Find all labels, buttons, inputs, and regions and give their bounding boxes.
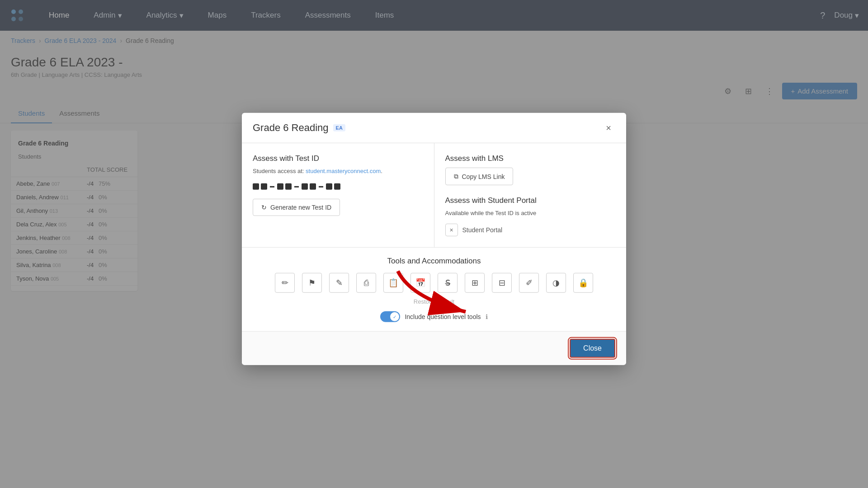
- include-tools-row: ✓ Include question level tools ℹ: [253, 311, 615, 322]
- refresh-icon: ↻: [261, 204, 267, 211]
- tool-calculator2[interactable]: ⊟: [492, 273, 512, 293]
- portal-disable-button[interactable]: ×: [445, 224, 458, 236]
- modal-title: Grade 6 Reading EA: [253, 122, 345, 134]
- tool-highlighter[interactable]: ✐: [519, 273, 539, 293]
- restore-default-label[interactable]: Restore Default: [253, 298, 615, 305]
- modal-dialog: Grade 6 Reading EA × Assess with Test ID…: [242, 113, 626, 365]
- assess-portal-heading: Assess with Student Portal: [445, 196, 616, 205]
- tool-strikethrough[interactable]: S̶: [438, 273, 458, 293]
- tool-flag[interactable]: ⚑: [302, 273, 322, 293]
- tool-calculator1[interactable]: ⊞: [465, 273, 485, 293]
- assess-lms-heading: Assess with LMS: [445, 154, 616, 163]
- assess-test-id-heading: Assess with Test ID: [253, 154, 423, 163]
- tool-protractor[interactable]: ◑: [546, 273, 566, 293]
- modal-footer: Close: [242, 332, 626, 365]
- tools-heading: Tools and Accommodations: [253, 257, 615, 266]
- student-portal-link[interactable]: student.masteryconnect.com: [306, 168, 381, 174]
- toggle-knob: ✓: [390, 312, 399, 321]
- tool-clipboard[interactable]: 📋: [383, 273, 403, 293]
- assess-test-id-subtitle: Students access at: student.masteryconne…: [253, 168, 423, 174]
- assess-student-portal-section: Assess with Student Portal Available whi…: [445, 196, 616, 236]
- assess-portal-description: Available while the Test ID is active: [445, 210, 616, 216]
- generate-test-id-button[interactable]: ↻ Generate new Test ID: [253, 199, 340, 216]
- modal-badge: EA: [333, 124, 345, 131]
- assess-lms-section: Assess with LMS ⧉ Copy LMS Link Assess w…: [434, 143, 627, 247]
- tool-calendar[interactable]: 📅: [410, 273, 430, 293]
- tool-pencil[interactable]: ✎: [329, 273, 349, 293]
- assess-test-id-section: Assess with Test ID Students access at: …: [242, 143, 434, 247]
- modal-header: Grade 6 Reading EA ×: [242, 113, 626, 143]
- copy-lms-link-button[interactable]: ⧉ Copy LMS Link: [445, 168, 514, 185]
- portal-label: Student Portal: [462, 226, 503, 234]
- copy-icon: ⧉: [454, 173, 458, 180]
- info-icon[interactable]: ℹ: [486, 313, 488, 320]
- include-tools-label: Include question level tools: [405, 313, 481, 320]
- modal-close-x-button[interactable]: ×: [602, 121, 615, 135]
- tool-print[interactable]: ⎙: [356, 273, 376, 293]
- tools-icons-row: ✏ ⚑ ✎ ⎙ 📋 📅 S̶ ⊞ ⊟ ✐ ◑ 🔒: [253, 273, 615, 293]
- tool-edit[interactable]: ✏: [275, 273, 295, 293]
- tool-lock[interactable]: 🔒: [573, 273, 593, 293]
- test-id-masked: [253, 183, 423, 190]
- modal-body: Assess with Test ID Students access at: …: [242, 143, 626, 248]
- close-button[interactable]: Close: [570, 339, 615, 358]
- tools-accommodations-section: Tools and Accommodations ✏ ⚑ ✎ ⎙ 📋 📅 S̶ …: [242, 248, 626, 332]
- portal-toggle-row: × Student Portal: [445, 224, 616, 236]
- include-tools-toggle[interactable]: ✓: [380, 311, 400, 322]
